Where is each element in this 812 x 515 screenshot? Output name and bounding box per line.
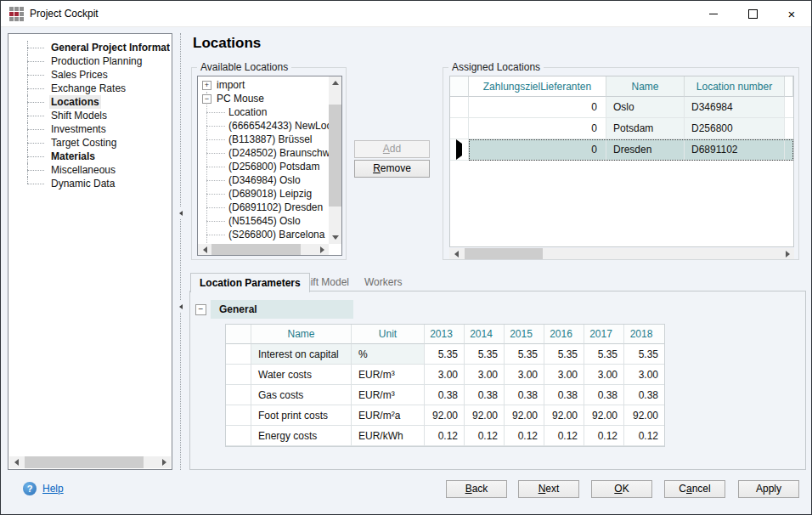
available-vertical-scrollbar[interactable]: [329, 76, 341, 244]
scroll-right-icon[interactable]: [157, 456, 171, 468]
parameters-table-header: Name Unit 2013 2014 2015 2016 2017 2018: [226, 325, 664, 344]
maximize-button[interactable]: [733, 1, 772, 26]
add-button[interactable]: Add: [354, 140, 430, 158]
param-row-foot-print-costs[interactable]: Foot print costs EUR/m²a 92.00 92.00 92.…: [226, 405, 664, 426]
sidebar-item-production-planning[interactable]: Production Planning: [8, 54, 170, 68]
available-locations-label: Available Locations: [197, 61, 291, 73]
scroll-right-icon[interactable]: [315, 244, 329, 255]
tree-item-braunschweig[interactable]: (D248502) Braunschwe: [198, 146, 329, 160]
available-vscroll-track[interactable]: [329, 89, 341, 231]
expand-plus-icon[interactable]: +: [202, 81, 211, 90]
sidebar-item-sales-prices[interactable]: Sales Prices: [8, 68, 170, 82]
general-collapse-icon[interactable]: −: [195, 304, 206, 315]
available-hscroll-thumb[interactable]: [211, 244, 301, 255]
param-column-2017[interactable]: 2017: [584, 325, 624, 344]
param-column-name[interactable]: Name: [251, 325, 352, 344]
sidebar-item-exchange-rates[interactable]: Exchange Rates: [8, 82, 170, 95]
close-button[interactable]: ×: [772, 1, 811, 26]
assigned-locations-group: Assigned Locations ZahlungszielLieferant…: [443, 67, 799, 260]
remove-button[interactable]: Remove: [354, 160, 430, 178]
tree-item-leipzig[interactable]: (D689018) Leipzig: [198, 187, 329, 201]
vertical-splitter[interactable]: [175, 33, 186, 470]
splitter-collapse-icon-top[interactable]: [177, 207, 184, 219]
sidebar-item-shift-models[interactable]: Shift Models: [8, 109, 170, 122]
param-column-2013[interactable]: 2013: [425, 325, 465, 344]
sidebar-item-locations[interactable]: Locations: [8, 95, 170, 109]
scroll-left-icon[interactable]: [449, 248, 463, 259]
sidebar-horizontal-scrollbar[interactable]: [9, 456, 171, 468]
tab-location-parameters[interactable]: Location Parameters: [190, 273, 310, 292]
assigned-row-potsdam[interactable]: 0 Potsdam D256800: [450, 118, 793, 139]
sidebar-hscroll-thumb[interactable]: [25, 456, 144, 468]
splitter-collapse-icon-bottom[interactable]: [177, 301, 184, 313]
tree-item-oslo-n[interactable]: (N515645) Oslo: [198, 214, 329, 228]
tree-item-bruessel[interactable]: (B113887) Brüssel: [198, 133, 329, 146]
project-cockpit-window: Project Cockpit × General Project Inform…: [0, 0, 812, 515]
assigned-hscroll-track[interactable]: [463, 248, 781, 259]
param-row-gas-costs[interactable]: Gas costs EUR/m³ 0.38 0.38 0.38 0.38 0.3…: [226, 385, 664, 405]
scroll-down-icon[interactable]: [329, 231, 341, 244]
param-row-selector-header: [226, 325, 251, 344]
param-column-2018[interactable]: 2018: [624, 325, 664, 344]
parameters-table: Name Unit 2013 2014 2015 2016 2017 2018 …: [225, 324, 665, 447]
tree-item-newloc[interactable]: (6666542433) NewLoca: [198, 119, 329, 133]
title-bar: Project Cockpit ×: [1, 1, 811, 27]
scroll-left-icon[interactable]: [9, 456, 23, 468]
available-vscroll-thumb[interactable]: [329, 105, 341, 207]
param-column-2014[interactable]: 2014: [465, 325, 505, 344]
scroll-up-icon[interactable]: [329, 76, 341, 89]
collapse-minus-icon[interactable]: −: [202, 94, 211, 104]
help-icon: ?: [23, 482, 37, 495]
assigned-row-dresden-selected[interactable]: 0 Dresden D6891102: [450, 139, 793, 161]
sidebar-item-investments[interactable]: Investments: [8, 122, 170, 136]
cancel-button[interactable]: Cancel: [664, 480, 725, 498]
general-group-band[interactable]: General: [211, 300, 353, 319]
tree-item-potsdam[interactable]: (D256800) Potsdam: [198, 160, 329, 173]
next-button[interactable]: Next: [518, 480, 579, 498]
param-column-2016[interactable]: 2016: [544, 325, 584, 344]
navigation-tree: General Project Information Production P…: [8, 41, 170, 190]
scroll-right-icon[interactable]: [781, 248, 794, 259]
tree-item-dresden[interactable]: (D6891102) Dresden: [198, 201, 329, 214]
param-column-unit[interactable]: Unit: [352, 325, 425, 344]
minimize-button[interactable]: [694, 1, 733, 26]
column-header-filler: [785, 76, 793, 97]
param-row-water-costs[interactable]: Water costs EUR/m³ 3.00 3.00 3.00 3.00 3…: [226, 365, 664, 385]
tree-item-oslo-d[interactable]: (D346984) Oslo: [198, 173, 329, 187]
apply-button[interactable]: Apply: [738, 480, 799, 498]
assigned-grid-header: ZahlungszielLieferanten Name Location nu…: [450, 76, 793, 97]
tree-item-location[interactable]: Location: [198, 105, 329, 119]
assigned-row-oslo[interactable]: 0 Oslo D346984: [450, 97, 793, 118]
available-locations-group: Available Locations +import −PC Mouse Lo…: [191, 67, 347, 260]
assigned-locations-grid: ZahlungszielLieferanten Name Location nu…: [449, 76, 794, 247]
tree-item-barcelona[interactable]: (S266800) Barcelona: [198, 228, 329, 241]
assigned-horizontal-scrollbar[interactable]: [449, 248, 794, 259]
sidebar-item-miscellaneous[interactable]: Miscellaneous: [8, 163, 170, 177]
available-horizontal-scrollbar[interactable]: [198, 244, 329, 255]
sidebar-hscroll-track[interactable]: [23, 456, 157, 468]
column-header-name[interactable]: Name: [606, 76, 685, 97]
page-title: Locations: [193, 35, 261, 52]
column-header-zahlungsziel[interactable]: ZahlungszielLieferanten: [469, 76, 606, 97]
sidebar-item-target-costing[interactable]: Target Costing: [8, 136, 170, 150]
scroll-left-icon[interactable]: [198, 244, 211, 255]
tree-item-pc-mouse[interactable]: −PC Mouse: [198, 92, 329, 105]
back-button[interactable]: Back: [446, 480, 507, 498]
param-row-interest-on-capital[interactable]: Interest on capital % 5.35 5.35 5.35 5.3…: [226, 344, 664, 365]
tree-item-import[interactable]: +import: [198, 78, 329, 92]
param-row-energy-costs[interactable]: Energy costs EUR/kWh 0.12 0.12 0.12 0.12…: [226, 426, 664, 446]
row-selector-header: [450, 76, 469, 97]
sidebar-item-general-project-information[interactable]: General Project Information: [8, 41, 170, 54]
param-column-2015[interactable]: 2015: [505, 325, 544, 344]
assigned-hscroll-thumb[interactable]: [465, 248, 543, 259]
ok-button[interactable]: OK: [591, 480, 652, 498]
available-locations-tree: +import −PC Mouse Location (6666542433) …: [197, 76, 342, 256]
window-title: Project Cockpit: [30, 8, 99, 20]
sidebar-item-materials[interactable]: Materials: [8, 150, 170, 163]
help-link[interactable]: Help: [42, 483, 64, 495]
column-header-location-number[interactable]: Location number: [685, 76, 785, 97]
tab-workers[interactable]: Workers: [356, 273, 410, 291]
minimize-icon: [709, 14, 718, 14]
available-hscroll-track[interactable]: [211, 244, 315, 255]
sidebar-item-dynamic-data[interactable]: Dynamic Data: [8, 177, 170, 190]
